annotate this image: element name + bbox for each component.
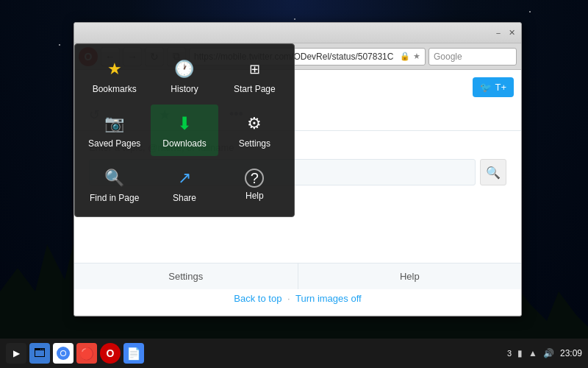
search-submit-button[interactable]: 🔍 (480, 159, 506, 185)
menu-item-bookmarks[interactable]: ★ Bookmarks (81, 50, 148, 102)
settings-icon: ⚙ (243, 112, 266, 135)
history-icon: 🕐 (173, 57, 196, 81)
opera-menu: ★ Bookmarks 🕐 History ⊞ Start Page 📷 Sav… (74, 43, 295, 217)
minimize-button[interactable]: − (493, 28, 503, 38)
history-label: History (171, 84, 198, 94)
bookmarks-label: Bookmarks (93, 84, 137, 94)
taskbar-terminal[interactable]: ▶ (6, 343, 26, 364)
start-page-label: Start Page (234, 84, 276, 94)
settings-label: Settings (239, 138, 270, 149)
footer-settings-link[interactable]: Settings (74, 263, 298, 289)
taskbar-volume-icon: 🔊 (543, 348, 554, 358)
menu-item-downloads[interactable]: ⬇ Downloads (151, 105, 218, 156)
menu-item-saved-pages[interactable]: 📷 Saved Pages (81, 105, 148, 156)
menu-item-settings[interactable]: ⚙ Settings (221, 105, 288, 156)
taskbar-app3[interactable]: 🔴 (76, 343, 97, 364)
turn-images-link[interactable]: Turn images off (295, 293, 362, 304)
share-icon: ↗ (173, 166, 196, 190)
magnifier-icon: 🔍 (486, 166, 501, 180)
taskbar: ▶ 🗔 🔴 O 📄 3 ▮ ▲ 🔊 23:09 (0, 339, 588, 368)
taskbar-left: ▶ 🗔 🔴 O 📄 (6, 343, 144, 364)
close-button[interactable]: ✕ (506, 28, 517, 38)
back-to-top-link[interactable]: Back to top (234, 293, 282, 304)
menu-item-share[interactable]: ↗ Share (151, 159, 218, 210)
menu-item-start-page[interactable]: ⊞ Start Page (221, 50, 288, 102)
taskbar-docs[interactable]: 📄 (123, 343, 144, 364)
taskbar-opera[interactable]: O (100, 343, 121, 364)
downloads-label: Downloads (162, 138, 206, 149)
footer-links: Settings Help (74, 263, 521, 289)
taskbar-indicator: 3 (507, 349, 512, 358)
taskbar-battery-icon: ▮ (517, 348, 523, 358)
title-bar: − ✕ (74, 23, 521, 43)
downloads-icon: ⬇ (173, 112, 196, 135)
taskbar-wifi-icon: ▲ (528, 348, 537, 358)
twitter-follow-button[interactable]: 🐦 T+ (473, 77, 514, 97)
browser-window: − ✕ O ← → ↻ ⧉ https://mobile.twitter.com… (74, 22, 522, 316)
taskbar-chrome[interactable] (53, 343, 74, 364)
help-icon: ? (245, 169, 264, 188)
twitter-bird-icon: 🐦 (480, 82, 492, 93)
taskbar-time: 23:09 (560, 348, 582, 358)
menu-item-history[interactable]: 🕐 History (151, 50, 218, 102)
back-to-top-bar: Back to top · Turn images off (74, 289, 521, 308)
taskbar-files[interactable]: 🗔 (29, 343, 50, 364)
taskbar-right: 3 ▮ ▲ 🔊 23:09 (507, 348, 582, 358)
share-label: Share (173, 193, 196, 203)
bookmark-star-icon: ★ (413, 52, 420, 61)
start-page-icon: ⊞ (243, 57, 266, 81)
saved-pages-icon: 📷 (103, 112, 126, 135)
lock-icon: 🔒 (400, 52, 410, 61)
menu-item-help[interactable]: ? Help (221, 159, 288, 210)
find-in-page-icon: 🔍 (103, 166, 126, 190)
bookmarks-icon: ★ (103, 57, 126, 81)
search-bar[interactable]: Google (429, 48, 517, 66)
footer-help-link[interactable]: Help (298, 263, 522, 289)
svg-point-2 (61, 351, 65, 355)
menu-item-find-in-page[interactable]: 🔍 Find in Page (81, 159, 148, 210)
twitter-follow-label: T+ (495, 82, 506, 93)
help-label: Help (245, 191, 264, 201)
find-in-page-label: Find in Page (90, 193, 139, 203)
separator: · (287, 293, 290, 304)
saved-pages-label: Saved Pages (88, 138, 140, 149)
